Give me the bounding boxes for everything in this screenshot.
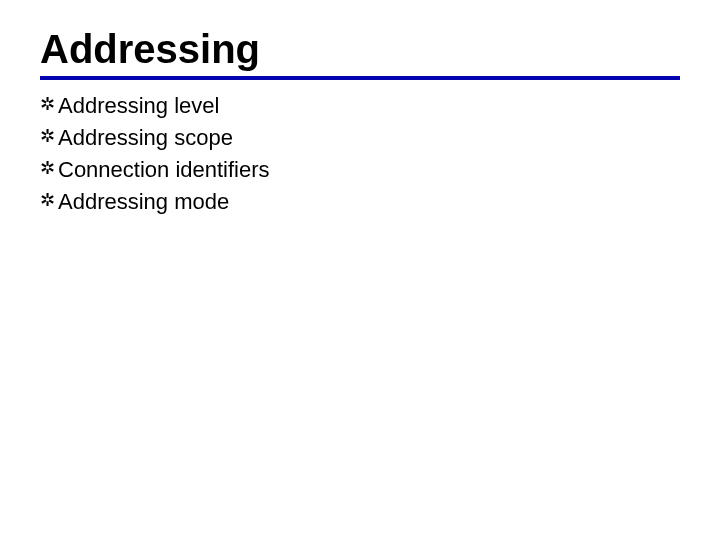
- list-item: ✲ Addressing level: [40, 90, 680, 122]
- bullet-icon: ✲: [40, 122, 58, 151]
- title-divider: [40, 76, 680, 80]
- list-item: ✲ Addressing scope: [40, 122, 680, 154]
- list-item: ✲ Connection identifiers: [40, 154, 680, 186]
- list-item-text: Addressing level: [58, 90, 219, 122]
- list-item-text: Addressing mode: [58, 186, 229, 218]
- slide: Addressing ✲ Addressing level ✲ Addressi…: [0, 0, 720, 540]
- list-item: ✲ Addressing mode: [40, 186, 680, 218]
- list-item-text: Addressing scope: [58, 122, 233, 154]
- bullet-icon: ✲: [40, 186, 58, 215]
- bullet-icon: ✲: [40, 154, 58, 183]
- slide-title: Addressing: [40, 28, 680, 72]
- list-item-text: Connection identifiers: [58, 154, 270, 186]
- bullet-icon: ✲: [40, 90, 58, 119]
- bullet-list: ✲ Addressing level ✲ Addressing scope ✲ …: [40, 90, 680, 218]
